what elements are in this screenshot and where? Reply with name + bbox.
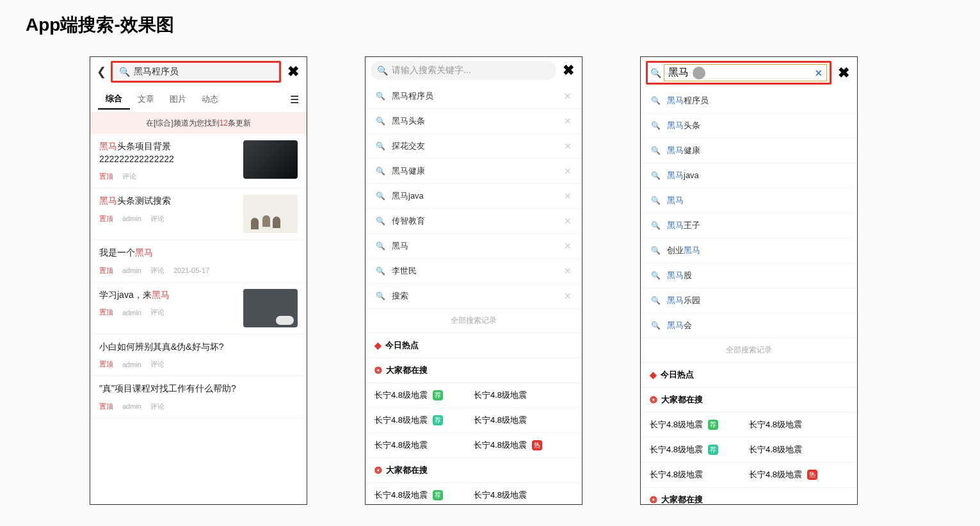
everyone-searching-label: 大家都在搜	[386, 464, 428, 476]
search-bar: ❮ 🔍 ✖	[90, 57, 307, 86]
history-item[interactable]: 🔍黑马java✕	[365, 184, 582, 209]
result-thumbnail	[243, 195, 298, 233]
suggestion-text: 黑马会	[667, 320, 692, 331]
close-icon[interactable]: ✖	[560, 62, 577, 79]
result-meta: 置顶admin评论	[99, 359, 298, 369]
trend-text: 长宁4.8级地震	[474, 440, 527, 451]
history-item[interactable]: 🔍探花交友✕	[365, 134, 582, 159]
suggestion-text: 创业黑马	[667, 245, 700, 256]
history-item[interactable]: 🔍黑马头条✕	[365, 109, 582, 134]
everyone-searching-header: ❂大家都在搜	[641, 388, 857, 413]
delete-icon[interactable]: ✕	[564, 241, 572, 251]
history-item[interactable]: 🔍黑马健康✕	[365, 159, 582, 184]
delete-icon[interactable]: ✕	[564, 141, 572, 151]
all-records-link[interactable]: 全部搜索记录	[365, 309, 582, 333]
trend-row[interactable]: 长宁4.8级地震长宁4.8级地震热	[641, 463, 857, 488]
search-result[interactable]: 黑马头条测试搜索置顶admin评论	[90, 188, 307, 240]
trend-row[interactable]: 长宁4.8级地震长宁4.8级地震热	[365, 433, 582, 458]
search-icon: 🔍	[651, 146, 661, 155]
all-records-link[interactable]: 全部搜索记录	[641, 338, 857, 363]
delete-icon[interactable]: ✕	[564, 166, 572, 176]
search-result[interactable]: "真"项目课程对找工作有什么帮助?置顶admin评论	[90, 376, 307, 418]
search-result[interactable]: 黑马头条项目背景222222222222222置顶评论	[90, 134, 307, 188]
trend-row[interactable]: 长宁4.8级地震荐长宁4.8级地震	[365, 483, 582, 505]
today-hot-label: 今日热点	[385, 340, 419, 351]
search-icon: 🔍	[119, 67, 130, 77]
trend-row[interactable]: 长宁4.8级地震荐长宁4.8级地震	[641, 438, 857, 463]
trend-text: 长宁4.8级地震	[749, 419, 802, 431]
delete-icon[interactable]: ✕	[564, 191, 572, 201]
trend-badge: 热	[807, 470, 817, 480]
tabs: 综合 文章 图片 动态 ☰	[90, 86, 307, 113]
suggestion-item[interactable]: 🔍黑马程序员	[641, 88, 857, 113]
search-input-container[interactable]: 🔍	[111, 61, 281, 83]
history-item[interactable]: 🔍黑马程序员✕	[365, 84, 582, 109]
trend-badge: 热	[532, 440, 542, 450]
back-icon[interactable]: ❮	[95, 65, 107, 79]
search-result[interactable]: 学习java，来黑马置顶admin评论	[90, 283, 307, 334]
suggestion-item[interactable]: 🔍黑马乐园	[641, 288, 857, 313]
close-icon[interactable]: ✖	[835, 65, 852, 81]
result-title: 学习java，来黑马	[99, 289, 237, 302]
suggestion-item[interactable]: 🔍黑马会	[641, 313, 857, 338]
close-icon[interactable]: ✖	[285, 63, 301, 80]
suggestion-item[interactable]: 🔍创业黑马	[641, 238, 857, 263]
search-icon: 🔍	[650, 68, 661, 78]
result-title: 黑马头条项目背景222222222222222	[99, 140, 237, 165]
tab-wenzhang[interactable]: 文章	[130, 90, 162, 109]
suggestion-item[interactable]: 🔍黑马王子	[641, 213, 857, 238]
search-input[interactable]	[134, 67, 273, 77]
result-title: 黑马头条测试搜索	[99, 195, 237, 208]
everyone-searching-label: 大家都在搜	[661, 494, 703, 505]
trend-text: 长宁4.8级地震	[374, 390, 428, 401]
trend-badge: 荐	[433, 390, 443, 400]
delete-icon[interactable]: ✕	[564, 91, 572, 101]
history-text: 黑马java	[392, 190, 424, 202]
suggestion-item[interactable]: 🔍黑马股	[641, 263, 857, 288]
delete-icon[interactable]: ✕	[564, 291, 572, 301]
trend-row[interactable]: 长宁4.8级地震荐长宁4.8级地震	[641, 413, 857, 438]
trend-row[interactable]: 长宁4.8级地震荐长宁4.8级地震	[365, 408, 582, 433]
suggestion-item[interactable]: 🔍黑马头条	[641, 113, 857, 138]
notice-suffix: 条更新	[228, 119, 251, 127]
result-title: 小白如何辨别其真&伪&好与坏?	[99, 341, 298, 354]
tab-zonghe[interactable]: 综合	[98, 89, 130, 110]
result-meta: 置顶admin评论	[99, 214, 237, 224]
suggestion-item[interactable]: 🔍黑马	[641, 188, 857, 213]
delete-icon[interactable]: ✕	[564, 266, 572, 276]
trend-badge: 荐	[433, 415, 443, 425]
tab-tupian[interactable]: 图片	[162, 90, 194, 109]
history-text: 李世民	[392, 265, 417, 277]
globe-icon: ❂	[650, 495, 657, 505]
history-text: 黑马	[392, 240, 408, 252]
suggestion-item[interactable]: 🔍黑马java	[641, 163, 857, 188]
suggestion-text: 黑马java	[667, 170, 699, 181]
history-item[interactable]: 🔍搜索✕	[365, 284, 582, 309]
search-result[interactable]: 我是一个黑马置顶admin评论2021-05-17	[90, 240, 307, 283]
search-result[interactable]: 小白如何辨别其真&伪&好与坏?置顶admin评论	[90, 334, 307, 377]
search-icon: 🔍	[651, 121, 661, 130]
menu-icon[interactable]: ☰	[290, 94, 299, 106]
result-title: 我是一个黑马	[99, 247, 298, 259]
tab-dongtai[interactable]: 动态	[194, 90, 226, 109]
delete-icon[interactable]: ✕	[564, 116, 572, 126]
clear-input-icon[interactable]: ✕	[815, 68, 823, 78]
trend-row[interactable]: 长宁4.8级地震荐长宁4.8级地震	[365, 383, 582, 408]
search-icon: 🔍	[651, 271, 661, 280]
trend-badge: 荐	[708, 420, 718, 430]
everyone-searching-header: ❂大家都在搜	[365, 358, 582, 383]
trend-text: 长宁4.8级地震	[474, 489, 527, 501]
result-title: "真"项目课程对找工作有什么帮助?	[99, 382, 298, 395]
delete-icon[interactable]: ✕	[564, 216, 572, 226]
search-input-container[interactable]: 🔍 请输入搜索关键字...	[371, 61, 556, 80]
history-item[interactable]: 🔍李世民✕	[365, 259, 582, 284]
history-text: 探花交友	[392, 140, 425, 152]
search-icon: 🔍	[376, 267, 385, 275]
search-input-container[interactable]: 黑马 ✕	[664, 64, 827, 81]
search-icon: 🔍	[376, 117, 385, 126]
history-item[interactable]: 🔍黑马✕	[365, 234, 582, 259]
search-icon: 🔍	[651, 96, 661, 105]
suggestion-item[interactable]: 🔍黑马健康	[641, 138, 857, 163]
trend-badge: 荐	[433, 490, 443, 500]
history-item[interactable]: 🔍传智教育✕	[365, 209, 582, 234]
